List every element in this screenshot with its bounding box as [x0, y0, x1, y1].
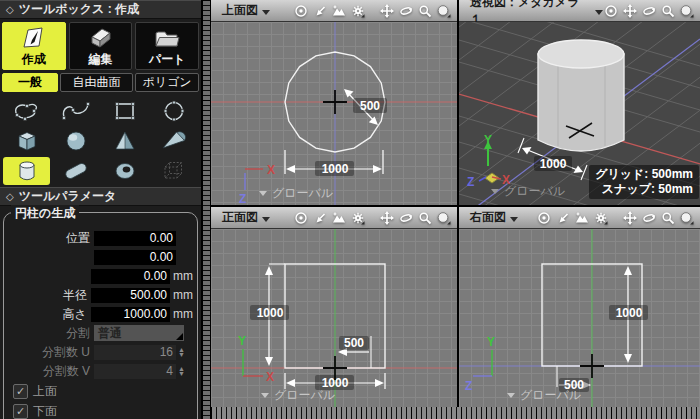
fit-view-icon[interactable] — [312, 3, 328, 19]
zoom-view-icon[interactable] — [660, 210, 676, 226]
coordinate-space-selector[interactable]: グローバル — [261, 387, 335, 404]
subtab-polygon[interactable]: ポリゴン — [135, 73, 199, 92]
torus-tool[interactable] — [102, 157, 149, 185]
right-viewport-canvas[interactable]: 1000 500 Y Z グローバル — [459, 229, 700, 407]
subtab-freeform[interactable]: 自由曲面 — [60, 73, 133, 92]
cap-top-checkbox[interactable]: ✓ — [13, 384, 28, 399]
display-options-icon[interactable] — [331, 3, 347, 19]
shade3d-window: ◇ ツールボックス : 作成 作成 編 — [0, 0, 700, 419]
radius-field[interactable]: 500.00 — [91, 288, 170, 303]
closed-line-tool[interactable] — [3, 97, 50, 125]
pan-view-icon[interactable] — [379, 210, 395, 226]
rectangle-tool[interactable] — [102, 97, 149, 125]
pan-view-icon[interactable] — [622, 210, 638, 226]
right-viewport-title[interactable]: 右面図 — [470, 209, 518, 226]
circle-tool[interactable] — [151, 97, 198, 125]
div-v-row: 分割数 V 4 ▲ ▼ — [8, 362, 193, 380]
tab-create[interactable]: 作成 — [2, 22, 66, 70]
z-axis-label: Z — [467, 175, 474, 189]
pan-view-icon[interactable] — [379, 3, 395, 19]
fit-view-icon[interactable] — [555, 210, 571, 226]
shading-mode-icon[interactable] — [436, 210, 452, 226]
origin-crosshair — [323, 90, 347, 114]
wire-box-icon — [154, 158, 194, 184]
coordinate-space-selector[interactable]: グローバル — [491, 183, 565, 200]
front-viewport-canvas[interactable]: 1000 500 1000 Y X グロ — [211, 229, 457, 407]
cylinder-top-face[interactable] — [538, 40, 624, 68]
display-options-icon[interactable] — [574, 210, 590, 226]
div-v-field[interactable]: 4 — [94, 364, 176, 379]
div-v-stepper[interactable]: ▲ ▼ — [178, 366, 185, 376]
division-dropdown[interactable]: 普通 — [94, 325, 184, 341]
viewport-menu-icon — [262, 217, 270, 222]
coordinate-space-selector[interactable]: グローバル — [507, 387, 581, 404]
capsule-tool[interactable] — [52, 157, 99, 185]
cap-top-row: ✓ 上面 — [13, 383, 193, 400]
perspective-viewport-canvas[interactable]: 1000 Y X Z グリッド: 500mm スナップ: 50mm グローバル — [459, 22, 700, 205]
arrowhead — [373, 165, 382, 173]
shading-mode-icon[interactable] — [436, 3, 452, 19]
shading-mode-icon[interactable] — [679, 3, 695, 19]
toolbox-panel: ◇ ツールボックス : 作成 作成 編 — [0, 0, 201, 419]
torus-icon — [105, 158, 145, 184]
top-viewport-title[interactable]: 上面図 — [222, 2, 270, 19]
cap-top-label: 上面 — [33, 383, 57, 400]
zoom-view-icon[interactable] — [417, 3, 433, 19]
z-axis-label: Z — [465, 379, 472, 393]
div-u-field[interactable]: 16 — [94, 345, 176, 360]
zoom-view-icon[interactable] — [660, 3, 676, 19]
collapse-diamond-icon[interactable]: ◇ — [6, 5, 14, 15]
focus-target-icon[interactable] — [603, 3, 619, 19]
div-u-stepper[interactable]: ▲ ▼ — [178, 347, 185, 357]
focus-target-icon[interactable] — [536, 210, 552, 226]
tab-create-label: 作成 — [22, 51, 46, 68]
collapse-diamond-icon[interactable]: ◇ — [6, 192, 14, 202]
focus-target-icon[interactable] — [293, 3, 309, 19]
rotate-view-icon[interactable] — [641, 210, 657, 226]
origin-crosshair — [580, 354, 604, 378]
position-row: 0.00 — [8, 248, 193, 266]
params-group-title: 円柱の生成 — [11, 205, 79, 222]
position-label: 位置 — [8, 230, 94, 247]
height-label: 高さ — [8, 306, 91, 323]
cylinder-tool[interactable] — [3, 157, 50, 185]
cylinder-params-group: 円柱の生成 位置 0.00 0.00 0.00 mm 半径 500.00 mm … — [3, 212, 198, 419]
y-axis-label: Y — [487, 335, 495, 349]
division-row: 分割 普通 — [8, 324, 193, 342]
settings-gear-icon[interactable] — [350, 3, 366, 19]
cap-bottom-checkbox[interactable]: ✓ — [13, 404, 28, 419]
tab-part[interactable]: パート — [135, 22, 199, 70]
tilted-cone-tool[interactable] — [151, 127, 198, 155]
cone-tool[interactable] — [102, 127, 149, 155]
rotate-view-icon[interactable] — [398, 210, 414, 226]
stepper-down-icon[interactable]: ▼ — [178, 371, 185, 376]
viewport-menu-icon — [262, 10, 270, 15]
coordinate-space-selector[interactable]: グローバル — [259, 185, 333, 202]
rotate-view-icon[interactable] — [641, 3, 657, 19]
top-viewport-canvas[interactable]: 500 1000 X Z グローバル — [211, 22, 457, 205]
zoom-view-icon[interactable] — [417, 210, 433, 226]
arrowhead — [286, 379, 295, 387]
position-z-field[interactable]: 0.00 — [91, 269, 170, 284]
display-options-icon[interactable] — [331, 210, 347, 226]
position-y-field[interactable]: 0.00 — [94, 250, 176, 265]
stepper-down-icon[interactable]: ▼ — [178, 352, 185, 357]
position-x-field[interactable]: 0.00 — [94, 231, 176, 246]
front-viewport: 正面図 — [211, 207, 457, 407]
pan-view-icon[interactable] — [622, 3, 638, 19]
arrowhead — [344, 89, 354, 98]
tab-edit[interactable]: 編集 — [69, 22, 133, 70]
fit-view-icon[interactable] — [312, 210, 328, 226]
toolbox-tabs: 作成 編集 パート — [0, 19, 201, 73]
shading-mode-icon[interactable] — [679, 210, 695, 226]
settings-gear-icon[interactable] — [593, 210, 609, 226]
front-viewport-title[interactable]: 正面図 — [222, 209, 270, 226]
focus-target-icon[interactable] — [293, 210, 309, 226]
open-line-tool[interactable] — [52, 97, 99, 125]
sphere-tool[interactable] — [52, 127, 99, 155]
subtab-general[interactable]: 一般 — [2, 73, 58, 92]
box-tool[interactable] — [3, 127, 50, 155]
settings-gear-icon[interactable] — [350, 210, 366, 226]
height-field[interactable]: 1000.00 — [91, 307, 170, 322]
rotate-view-icon[interactable] — [398, 3, 414, 19]
